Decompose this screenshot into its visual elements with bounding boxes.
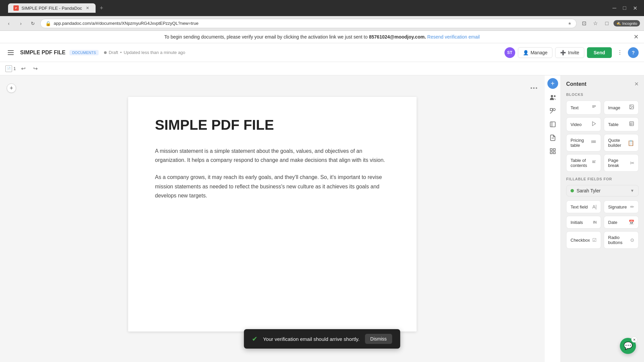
redo-button[interactable]: ↪	[31, 64, 40, 73]
svg-rect-12	[553, 152, 555, 154]
undo-button[interactable]: ↩	[18, 64, 28, 73]
content-panel-close-button[interactable]: ✕	[634, 81, 639, 87]
app-header: SIMPLE PDF FILE DOCUMENTS Draft • Update…	[0, 43, 644, 62]
svg-point-18	[631, 106, 631, 107]
verification-toast: ✔ Your verification email should arrive …	[244, 329, 400, 349]
block-options-button[interactable]: •••	[530, 85, 538, 91]
document-meta: Draft • Updated less than a minute ago	[104, 50, 185, 55]
person-selector[interactable]: Sarah Tyler ▼	[566, 185, 639, 196]
shapes-icon-button[interactable]	[547, 105, 559, 117]
checkbox-icon: ☑	[592, 237, 597, 243]
refresh-button[interactable]: ↻	[28, 19, 38, 28]
block-item-text[interactable]: Text	[566, 101, 601, 115]
svg-rect-10	[550, 149, 552, 151]
banner-email: 85761024@moodjoy.com.	[369, 34, 426, 40]
field-item-text-field[interactable]: Text field A|	[566, 200, 601, 213]
tab-close-button[interactable]: ✕	[85, 5, 90, 11]
block-item-pricing-table[interactable]: Pricing table	[566, 134, 601, 152]
block-item-quote-builder[interactable]: Quote builder 📋	[604, 134, 639, 152]
form-icon-button[interactable]	[547, 132, 559, 144]
page-indicator: 📄 1	[5, 65, 16, 72]
field-item-radio-buttons[interactable]: Radio buttons ⊙	[604, 231, 639, 249]
field-item-checkbox[interactable]: Checkbox ☑	[566, 231, 601, 249]
hamburger-menu-button[interactable]	[5, 47, 16, 58]
address-bar[interactable]: 🔒 app.pandadoc.com/a/#/documents/XNpzmyu…	[40, 19, 577, 28]
block-item-page-break[interactable]: Page break ✂	[604, 154, 639, 172]
help-button[interactable]: ?	[628, 47, 639, 58]
document-page: SIMPLE PDF FILE A mission statement is a…	[128, 97, 417, 331]
manage-button[interactable]: 👤 Manage	[518, 47, 553, 58]
restore-button[interactable]: □	[620, 4, 629, 13]
svg-rect-1	[8, 52, 14, 53]
banner-text: To begin sending documents, please verif…	[164, 34, 368, 40]
image-block-icon	[629, 104, 634, 111]
grid-icon-button[interactable]	[547, 145, 559, 157]
person-chevron-icon: ▼	[630, 188, 634, 193]
close-window-button[interactable]: ✕	[630, 4, 640, 13]
back-button[interactable]: ‹	[4, 19, 13, 28]
new-tab-button[interactable]: +	[97, 3, 106, 13]
bookmark-icon[interactable]: ☆	[591, 19, 600, 28]
block-item-toc[interactable]: Table of contents	[566, 154, 601, 172]
tab-favicon: P	[13, 5, 19, 11]
document-paragraph-1: A mission statement is a simple statemen…	[155, 146, 390, 165]
page-number: 1	[13, 66, 16, 71]
toast-check-icon: ✔	[252, 335, 258, 343]
block-item-table[interactable]: Table	[604, 117, 639, 131]
block-item-image[interactable]: Image	[604, 101, 639, 115]
field-item-signature[interactable]: Signature ✏	[604, 200, 639, 213]
document-paragraph-2: As a company grows, it may reach its ear…	[155, 173, 390, 200]
svg-point-4	[554, 95, 555, 97]
chat-close-button[interactable]: ✕	[631, 337, 637, 343]
people-icon-button[interactable]	[547, 92, 559, 104]
text-field-icon: A|	[592, 204, 597, 209]
field-item-initials[interactable]: Initials IN	[566, 216, 601, 229]
svg-marker-19	[592, 122, 595, 126]
send-button[interactable]: Send	[587, 47, 612, 58]
quote-builder-block-icon: 📋	[628, 140, 634, 146]
page-icon: 📄	[5, 65, 12, 72]
radio-buttons-icon: ⊙	[630, 237, 634, 243]
pricing-table-block-icon	[591, 139, 597, 146]
more-options-button[interactable]: ⋮	[614, 47, 625, 58]
minimize-button[interactable]: ─	[610, 4, 619, 13]
banner-close-button[interactable]: ✕	[634, 33, 639, 41]
person-name: Sarah Tyler	[577, 188, 628, 193]
document-title: SIMPLE PDF FILE	[20, 50, 65, 56]
block-item-video[interactable]: Video	[566, 117, 601, 131]
user-avatar[interactable]: ST	[504, 47, 515, 58]
svg-rect-13	[550, 152, 552, 154]
field-icon-button[interactable]	[547, 118, 559, 130]
invite-button[interactable]: ➕ Invite	[555, 47, 584, 58]
initials-icon: IN	[593, 220, 597, 224]
documents-badge: DOCUMENTS	[69, 50, 99, 55]
svg-rect-2	[8, 54, 14, 55]
cast-icon[interactable]: ⊡	[579, 19, 589, 28]
signature-icon: ✏	[630, 204, 634, 209]
chat-widget[interactable]: 💬 ✕	[620, 338, 636, 354]
svg-rect-0	[8, 50, 14, 51]
resend-verification-link[interactable]: Resend verification email	[427, 34, 480, 40]
fillable-fields-section: FILLABLE FIELDS FOR Sarah Tyler ▼ Text f…	[566, 177, 639, 249]
forward-button[interactable]: ›	[16, 19, 25, 28]
active-tab[interactable]: P SIMPLE PDF FILE - PandaDoc ✕	[8, 3, 96, 13]
window-controls: ─ □ ✕	[610, 4, 640, 13]
tab-bar: P SIMPLE PDF FILE - PandaDoc ✕ +	[8, 3, 607, 13]
updated-label: Updated less than a minute ago	[124, 50, 185, 55]
svg-point-3	[551, 95, 553, 98]
table-block-icon	[629, 121, 634, 128]
field-item-date[interactable]: Date 📅	[604, 216, 639, 229]
toolbar: 📄 1 ↩ ↪	[0, 62, 644, 75]
add-block-button[interactable]: +	[7, 83, 16, 93]
svg-rect-11	[553, 149, 555, 151]
fields-grid: Text field A| Signature ✏ Initials IN	[566, 200, 639, 249]
date-icon: 📅	[629, 220, 634, 225]
svg-rect-7	[550, 122, 555, 127]
document-area: + ••• SIMPLE PDF FILE A mission statemen…	[0, 75, 545, 362]
svg-point-6	[553, 109, 555, 111]
page-break-block-icon: ✂	[630, 160, 634, 166]
profile-icon[interactable]: □	[602, 19, 611, 28]
notification-banner: To begin sending documents, please verif…	[0, 31, 644, 43]
toast-dismiss-button[interactable]: Dismiss	[365, 334, 392, 344]
add-content-button[interactable]: +	[547, 78, 558, 89]
